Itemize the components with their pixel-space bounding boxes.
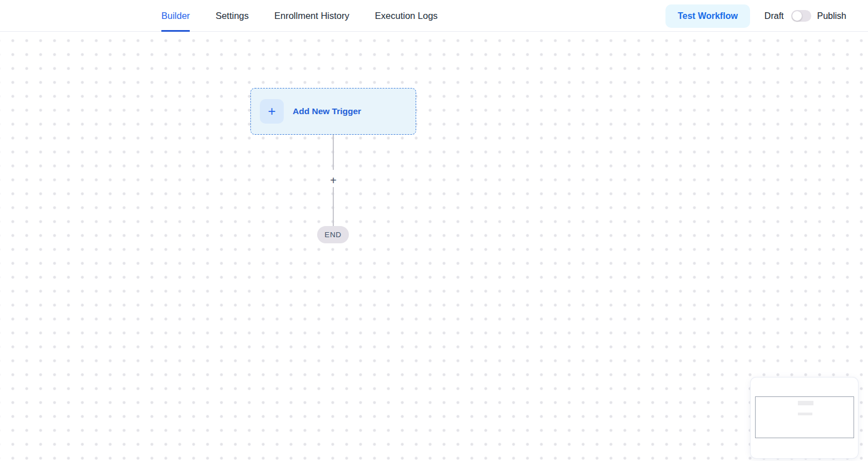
connector-line-bottom: [333, 187, 334, 227]
workflow-tabs: Builder Settings Enrollment History Exec…: [161, 0, 438, 32]
plus-icon: +: [260, 99, 284, 124]
end-node-badge: END: [317, 226, 349, 243]
tab-enrollment-history[interactable]: Enrollment History: [274, 0, 349, 32]
publish-label: Publish: [817, 11, 846, 21]
connector-line-top: [333, 135, 334, 170]
tab-settings[interactable]: Settings: [215, 0, 249, 32]
workflow-canvas[interactable]: + Add New Trigger + END: [0, 32, 868, 461]
header-actions: Test Workflow Draft Publish: [665, 0, 846, 32]
publish-toggle[interactable]: [791, 10, 811, 22]
minimap-trigger-node: [798, 401, 813, 405]
minimap-viewport-rect[interactable]: [755, 396, 854, 438]
top-bar: Builder Settings Enrollment History Exec…: [0, 0, 868, 32]
minimap-panel[interactable]: [751, 377, 858, 458]
draft-label: Draft: [765, 11, 784, 21]
tab-builder[interactable]: Builder: [161, 0, 190, 32]
add-new-trigger-label: Add New Trigger: [293, 106, 361, 116]
add-step-plus-button[interactable]: +: [328, 174, 339, 187]
tab-execution-logs[interactable]: Execution Logs: [375, 0, 438, 32]
publish-toggle-knob: [792, 11, 802, 21]
minimap-end-node: [798, 413, 812, 415]
test-workflow-button[interactable]: Test Workflow: [665, 4, 750, 28]
add-new-trigger-button[interactable]: + Add New Trigger: [250, 88, 416, 135]
